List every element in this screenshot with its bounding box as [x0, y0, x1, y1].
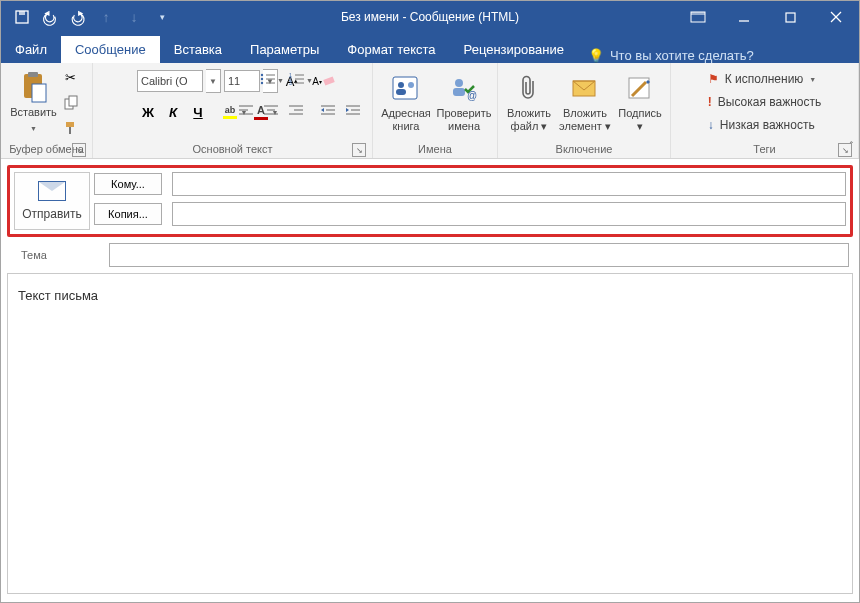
paste-icon	[18, 71, 50, 103]
signature-label: Подпись▾	[618, 107, 662, 133]
address-book-button[interactable]: Адреснаякнига	[379, 67, 433, 139]
cc-field[interactable]	[172, 202, 846, 226]
bold-button[interactable]: Ж	[137, 101, 159, 123]
group-include: Вложитьфайл ▾ Вложитьэлемент ▾ Подпись▾ …	[498, 63, 671, 158]
bullets-icon	[260, 72, 276, 89]
save-button[interactable]	[9, 4, 35, 30]
ribbon-display-button[interactable]	[675, 1, 721, 33]
qat-customize-button[interactable]: ▾	[149, 4, 175, 30]
svg-rect-50	[453, 88, 465, 96]
align-center-button[interactable]	[260, 99, 282, 121]
minimize-button[interactable]	[721, 1, 767, 33]
tab-message[interactable]: Сообщение	[61, 36, 160, 63]
svg-rect-45	[393, 77, 417, 99]
low-importance-button[interactable]: ↓Низкая важность	[708, 115, 815, 135]
ribbon-tabs: Файл Сообщение Вставка Параметры Формат …	[1, 33, 859, 63]
to-button[interactable]: Кому...	[94, 173, 162, 195]
svg-text:@: @	[467, 90, 477, 101]
collapse-ribbon-button[interactable]: ˆ	[850, 141, 853, 152]
chevron-down-icon: ▼	[30, 122, 37, 135]
font-name-drop[interactable]: ▼	[206, 69, 221, 93]
svg-rect-13	[66, 122, 74, 127]
address-book-icon	[390, 72, 422, 104]
svg-point-15	[260, 73, 262, 75]
cut-icon: ✂	[65, 70, 76, 85]
follow-up-button[interactable]: ⚑К исполнению▼	[708, 69, 817, 89]
format-painter-button[interactable]	[60, 117, 82, 139]
window-controls	[675, 1, 859, 33]
group-tags-label: Теги	[753, 143, 775, 155]
message-body[interactable]: Текст письма	[7, 273, 853, 594]
align-left-button[interactable]	[235, 99, 257, 121]
tab-review[interactable]: Рецензирование	[450, 36, 578, 63]
close-button[interactable]	[813, 1, 859, 33]
check-names-button[interactable]: @ Проверитьимена	[437, 67, 491, 139]
redo-button[interactable]	[65, 4, 91, 30]
app-window: ↑ ↓ ▾ Без имени - Сообщение (HTML) Файл …	[0, 0, 860, 603]
italic-button[interactable]: К	[162, 101, 184, 123]
attach-item-icon	[569, 72, 601, 104]
svg-rect-12	[69, 96, 77, 106]
svg-point-17	[260, 77, 262, 79]
copy-button[interactable]	[60, 92, 82, 114]
low-importance-icon: ↓	[708, 118, 714, 132]
cut-button[interactable]: ✂	[60, 67, 82, 89]
font-name-combo[interactable]: Calibri (О	[137, 70, 203, 92]
tab-options[interactable]: Параметры	[236, 36, 333, 63]
bulb-icon: 💡	[588, 48, 604, 63]
qat-up-button[interactable]: ↑	[93, 4, 119, 30]
flag-icon: ⚑	[708, 72, 719, 86]
signature-icon	[624, 72, 656, 104]
address-book-label: Адреснаякнига	[381, 107, 431, 133]
check-names-icon: @	[448, 72, 480, 104]
increase-indent-button[interactable]	[342, 99, 364, 121]
tell-me[interactable]: 💡 Что вы хотите сделать?	[578, 48, 764, 63]
check-names-label: Проверитьимена	[437, 107, 492, 133]
paperclip-icon	[513, 72, 545, 104]
title-bar: ↑ ↓ ▾ Без имени - Сообщение (HTML)	[1, 1, 859, 33]
svg-point-19	[260, 81, 262, 83]
svg-rect-1	[19, 11, 25, 15]
cc-button[interactable]: Копия...	[94, 203, 162, 225]
signature-button[interactable]: Подпись▾	[616, 67, 664, 139]
subject-field[interactable]	[109, 243, 849, 267]
quick-access-toolbar: ↑ ↓ ▾	[9, 4, 175, 30]
dialog-launcher-clipboard[interactable]: ↘	[72, 143, 86, 157]
svg-rect-27	[323, 76, 334, 85]
tab-format[interactable]: Формат текста	[333, 36, 449, 63]
send-icon	[38, 181, 66, 201]
svg-text:3: 3	[289, 80, 292, 86]
clear-formatting-button[interactable]	[318, 69, 340, 91]
svg-rect-5	[786, 13, 795, 22]
attach-item-button[interactable]: Вложитьэлемент ▾	[558, 67, 612, 139]
undo-button[interactable]	[37, 4, 63, 30]
numbering-icon: 123	[289, 72, 305, 89]
maximize-button[interactable]	[767, 1, 813, 33]
decrease-indent-button[interactable]	[317, 99, 339, 121]
align-right-button[interactable]	[285, 99, 307, 121]
send-button[interactable]: Отправить	[14, 172, 90, 230]
group-text-label: Основной текст	[193, 143, 273, 155]
bullets-button[interactable]: ▼	[260, 71, 286, 89]
compose-area: Отправить Кому... Копия... Тема Текст пи…	[1, 159, 859, 602]
to-field[interactable]	[172, 172, 846, 196]
dialog-launcher-text[interactable]: ↘	[352, 143, 366, 157]
attach-item-label: Вложитьэлемент ▾	[559, 107, 611, 133]
attach-file-button[interactable]: Вложитьфайл ▾	[504, 67, 554, 139]
svg-marker-44	[346, 108, 349, 112]
numbering-button[interactable]: 123▼	[289, 71, 315, 89]
svg-rect-3	[691, 12, 705, 15]
paste-button[interactable]: Вставить ▼	[12, 67, 56, 139]
tab-file[interactable]: Файл	[1, 36, 61, 63]
group-names: Адреснаякнига @ Проверитьимена Имена	[373, 63, 498, 158]
group-basic-text: Calibri (О▼ 11▼ A▴ A▾ Ж К Ч ab▼ A▼ ▼ 123…	[93, 63, 373, 158]
group-names-label: Имена	[418, 143, 452, 155]
tab-insert[interactable]: Вставка	[160, 36, 236, 63]
underline-button[interactable]: Ч	[187, 101, 209, 123]
high-importance-button[interactable]: !Высокая важность	[708, 92, 821, 112]
svg-rect-14	[69, 127, 71, 134]
svg-point-49	[455, 79, 463, 87]
send-label: Отправить	[22, 207, 82, 221]
qat-down-button[interactable]: ↓	[121, 4, 147, 30]
group-clipboard: Вставить ▼ ✂ Буфер обмена↘	[1, 63, 93, 158]
